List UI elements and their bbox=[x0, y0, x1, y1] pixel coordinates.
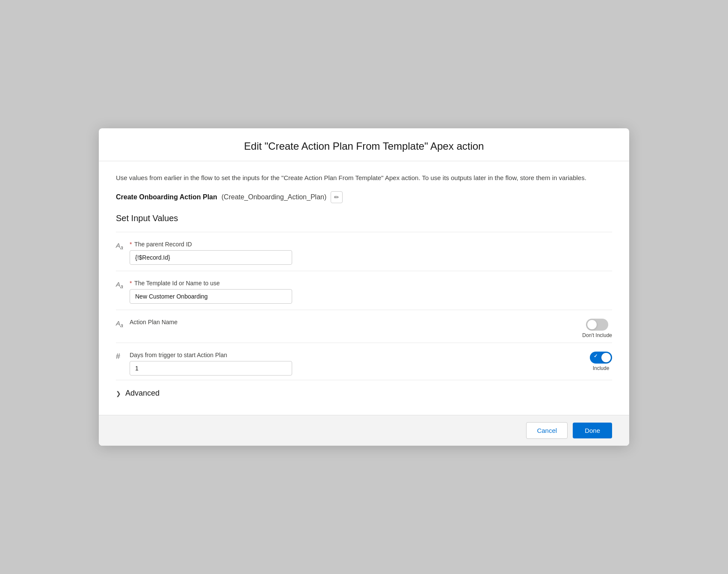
input-section-days-from-trigger: # Days from trigger to start Action Plan… bbox=[116, 343, 612, 380]
days-from-trigger-toggle[interactable] bbox=[590, 352, 612, 364]
left-row-action-plan-name: Aa Action Plan Name bbox=[116, 319, 178, 328]
action-name-row: Create Onboarding Action Plan (Create_On… bbox=[116, 191, 612, 203]
field-group-template-id: * The Template Id or Name to use bbox=[130, 280, 292, 304]
input-section-template-id: Aa * The Template Id or Name to use bbox=[116, 271, 612, 310]
edit-icon: ✏ bbox=[334, 194, 339, 201]
action-name-bold: Create Onboarding Action Plan bbox=[116, 193, 217, 201]
required-star-2: * bbox=[130, 280, 132, 287]
field-label-template-id: * The Template Id or Name to use bbox=[130, 280, 292, 287]
advanced-label: Advanced bbox=[125, 389, 160, 398]
input-section-action-plan-name: Aa Action Plan Name Don't Include bbox=[116, 310, 612, 343]
field-group-days-from-trigger: Days from trigger to start Action Plan bbox=[130, 352, 292, 376]
input-section-parent-record-id: Aa * The parent Record ID bbox=[116, 232, 612, 271]
action-plan-name-toggle[interactable] bbox=[586, 319, 608, 331]
field-label-action-plan-name: Action Plan Name bbox=[130, 319, 178, 325]
toggle-wrapper-days-from-trigger: Include bbox=[590, 352, 612, 371]
left-row-days-from-trigger: # Days from trigger to start Action Plan bbox=[116, 352, 292, 376]
description-text: Use values from earlier in the flow to s… bbox=[116, 173, 612, 183]
input-row-parent-record-id: Aa * The parent Record ID bbox=[116, 241, 612, 265]
chevron-right-icon: ❯ bbox=[116, 390, 121, 397]
field-label-parent-record-id: * The parent Record ID bbox=[130, 241, 292, 248]
field-group-parent-record-id: * The parent Record ID bbox=[130, 241, 292, 265]
days-from-trigger-toggle-label: Include bbox=[593, 365, 610, 371]
required-star-1: * bbox=[130, 241, 132, 248]
action-plan-name-toggle-label: Don't Include bbox=[582, 332, 612, 338]
days-from-trigger-input[interactable] bbox=[130, 361, 292, 376]
days-from-trigger-toggle-slider bbox=[590, 352, 612, 364]
advanced-section[interactable]: ❯ Advanced bbox=[116, 380, 612, 406]
type-icon-number: # bbox=[116, 352, 124, 361]
input-row-template-id: Aa * The Template Id or Name to use bbox=[116, 280, 612, 304]
input-row-action-plan-name: Aa Action Plan Name Don't Include bbox=[116, 319, 612, 338]
action-plan-name-toggle-slider bbox=[586, 319, 608, 331]
input-row-days-from-trigger: # Days from trigger to start Action Plan… bbox=[116, 352, 612, 376]
toggle-wrapper-action-plan-name: Don't Include bbox=[582, 319, 612, 338]
cancel-button[interactable]: Cancel bbox=[526, 422, 568, 439]
modal-footer: Cancel Done bbox=[99, 415, 629, 446]
set-input-values-title: Set Input Values bbox=[116, 213, 612, 223]
done-button[interactable]: Done bbox=[573, 423, 612, 438]
edit-apex-action-modal: Edit "Create Action Plan From Template" … bbox=[99, 128, 629, 446]
field-label-days-from-trigger: Days from trigger to start Action Plan bbox=[130, 352, 292, 358]
template-id-input[interactable] bbox=[130, 289, 292, 304]
modal-body: Use values from earlier in the flow to s… bbox=[99, 161, 629, 415]
modal-title: Edit "Create Action Plan From Template" … bbox=[116, 140, 612, 152]
type-icon-text-1: Aa bbox=[116, 242, 124, 251]
type-icon-text-2: Aa bbox=[116, 281, 124, 290]
type-icon-text-3: Aa bbox=[116, 320, 124, 328]
edit-action-name-button[interactable]: ✏ bbox=[331, 191, 343, 203]
parent-record-id-input[interactable] bbox=[130, 250, 292, 265]
modal-header: Edit "Create Action Plan From Template" … bbox=[99, 128, 629, 161]
action-name-api: (Create_Onboarding_Action_Plan) bbox=[222, 193, 326, 201]
